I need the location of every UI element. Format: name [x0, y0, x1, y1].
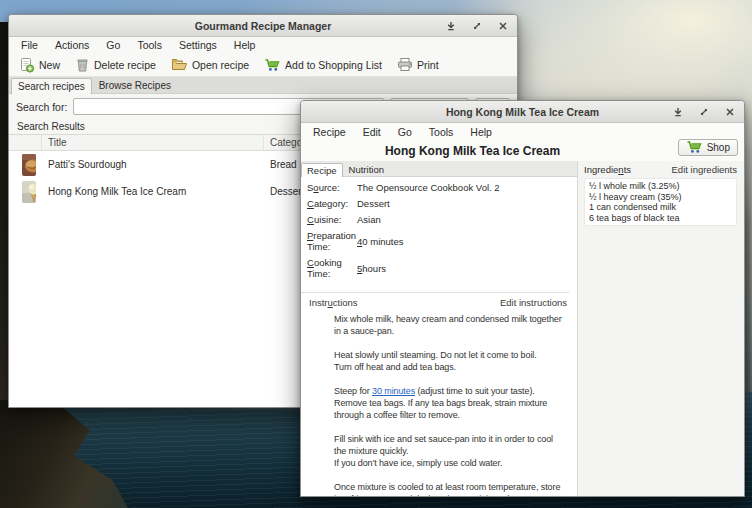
maximize-icon[interactable] — [698, 106, 710, 118]
close-icon[interactable] — [724, 106, 736, 118]
ingredients-pane: Ingredients Edit ingredients ½ l whole m… — [578, 161, 744, 496]
menu-recipe[interactable]: Recipe — [313, 126, 346, 138]
menu-tools[interactable]: Tools — [137, 39, 162, 51]
toolbar-label: Delete recipe — [94, 59, 156, 71]
detail-row: Cuisine:Asian — [307, 214, 569, 225]
ingredient-list[interactable]: ½ l whole milk (3.25%)½ l heavy cream (3… — [584, 178, 737, 226]
menu-actions[interactable]: Actions — [55, 39, 89, 51]
toolbar-label: Add to Shopping List — [285, 59, 382, 71]
recipe-heading: Hong Kong Milk Tea Ice Cream — [385, 144, 560, 158]
bread-photo — [22, 154, 36, 176]
ingredient-item[interactable]: 6 tea bags of black tea — [589, 213, 732, 224]
edit-ingredients-button[interactable]: Edit ingredients — [672, 164, 737, 175]
recipe-title-cell: Patti's Sourdough — [42, 159, 264, 170]
recipe-title-cell: Hong Kong Milk Tea Ice Cream — [42, 186, 264, 197]
shop-button-label: Shop — [707, 142, 730, 153]
instruction-paragraph: Fill sink with ice and set sauce-pan int… — [334, 433, 567, 469]
menu-go[interactable]: Go — [398, 126, 412, 138]
ingredient-item[interactable]: 1 can condensed milk — [589, 202, 732, 213]
close-icon[interactable] — [497, 20, 509, 32]
instruction-paragraph: Heat slowly until steaming. Do not let i… — [334, 349, 567, 373]
minimize-icon[interactable] — [445, 20, 457, 32]
toolbar-new-button[interactable]: New — [19, 57, 60, 73]
menu-edit[interactable]: Edit — [363, 126, 381, 138]
detail-value: Asian — [351, 214, 381, 225]
shopping-cart-icon — [264, 58, 281, 72]
instruction-paragraph: Steep for 30 minutes (adjust time to sui… — [334, 385, 567, 421]
edit-instructions-button[interactable]: Edit instructions — [500, 297, 567, 308]
detail-value: Dessert — [351, 198, 390, 209]
toolbar-add-to-shopping-list-button[interactable]: Add to Shopping List — [264, 58, 382, 72]
detail-row: Category:Dessert — [307, 198, 569, 209]
manager-menubar: FileActionsGoToolsSettingsHelp — [9, 37, 517, 53]
column-header-icon[interactable] — [9, 135, 42, 150]
toolbar-delete-recipe-button[interactable]: Delete recipe — [75, 57, 156, 73]
shopping-cart-icon — [686, 140, 703, 156]
instruction-paragraph: Mix whole milk, heavy cream and condense… — [334, 313, 567, 337]
menu-file[interactable]: File — [21, 39, 38, 51]
detail-value: The Opensource Cookbook Vol. 2 — [351, 182, 500, 193]
time-link[interactable]: 30 minutes — [372, 386, 415, 396]
instructions-header: Instructions — [309, 297, 358, 308]
time-link[interactable]: 4 hours — [440, 494, 469, 496]
manager-titlebar[interactable]: Gourmand Recipe Manager — [9, 15, 517, 37]
ingredients-header: Ingredients — [584, 164, 631, 175]
manager-tab-browse-recipes[interactable]: Browse Recipes — [92, 77, 178, 93]
toolbar-print-button[interactable]: Print — [397, 57, 439, 72]
detail-row: Cooking Time:5 hours — [307, 257, 569, 279]
detail-value: 40 minutes — [351, 230, 403, 252]
detail-label: Cuisine: — [307, 214, 351, 225]
recipe-tab-nutrition[interactable]: Nutrition — [343, 162, 390, 176]
menu-go[interactable]: Go — [106, 39, 120, 51]
manager-toolbar: NewDelete recipeOpen recipeAdd to Shoppi… — [9, 53, 517, 77]
menu-help[interactable]: Help — [234, 39, 256, 51]
column-header-title[interactable]: Title — [42, 135, 264, 150]
detail-row: Preparation Time:40 minutes — [307, 230, 569, 252]
minimize-icon[interactable] — [672, 106, 684, 118]
recipe-details: Source:The Opensource Cookbook Vol. 2Cat… — [301, 177, 577, 288]
menu-settings[interactable]: Settings — [179, 39, 217, 51]
detail-row: Source:The Opensource Cookbook Vol. 2 — [307, 182, 569, 193]
recipe-header: Hong Kong Milk Tea Ice Cream Shop — [301, 141, 744, 161]
manager-window-title: Gourmand Recipe Manager — [9, 20, 517, 32]
maximize-icon[interactable] — [471, 20, 483, 32]
menu-tools[interactable]: Tools — [429, 126, 454, 138]
recipe-titlebar[interactable]: Hong Kong Milk Tea Ice Cream — [301, 101, 744, 123]
toolbar-label: Open recipe — [192, 59, 249, 71]
toolbar-label: New — [39, 59, 60, 71]
recipe-card-window: Hong Kong Milk Tea Ice Cream RecipeEditG… — [300, 100, 745, 497]
instruction-paragraph: Once mixture is cooled to at least room … — [334, 481, 567, 496]
printer-icon — [397, 57, 413, 72]
manager-tabstrip: Search recipesBrowse Recipes — [9, 77, 517, 94]
ingredient-item[interactable]: ½ l whole milk (3.25%) — [589, 181, 732, 192]
detail-label: Category: — [307, 198, 351, 209]
search-for-label: Search for: — [16, 101, 67, 113]
menu-help[interactable]: Help — [470, 126, 492, 138]
recipe-menubar: RecipeEditGoToolsHelp — [301, 123, 744, 141]
icecream-photo — [22, 181, 36, 203]
detail-value: 5 hours — [351, 257, 386, 279]
detail-label: Cooking Time: — [307, 257, 351, 279]
recipe-detail-pane: RecipeNutrition Source:The Opensource Co… — [301, 161, 578, 496]
manager-tab-search-recipes[interactable]: Search recipes — [11, 78, 92, 94]
trash-icon — [75, 57, 90, 73]
open-folder-icon — [171, 57, 188, 72]
toolbar-open-recipe-button[interactable]: Open recipe — [171, 57, 249, 72]
detail-label: Source: — [307, 182, 351, 193]
ingredient-item[interactable]: ½ l heavy cream (35%) — [589, 192, 732, 203]
instructions-text: Mix whole milk, heavy cream and condense… — [301, 311, 577, 496]
detail-label: Preparation Time: — [307, 230, 351, 252]
new-document-icon — [19, 57, 35, 73]
recipe-tab-recipe[interactable]: Recipe — [301, 163, 343, 177]
toolbar-label: Print — [417, 59, 439, 71]
recipe-tabstrip: RecipeNutrition — [301, 161, 577, 177]
shop-button[interactable]: Shop — [678, 139, 738, 156]
